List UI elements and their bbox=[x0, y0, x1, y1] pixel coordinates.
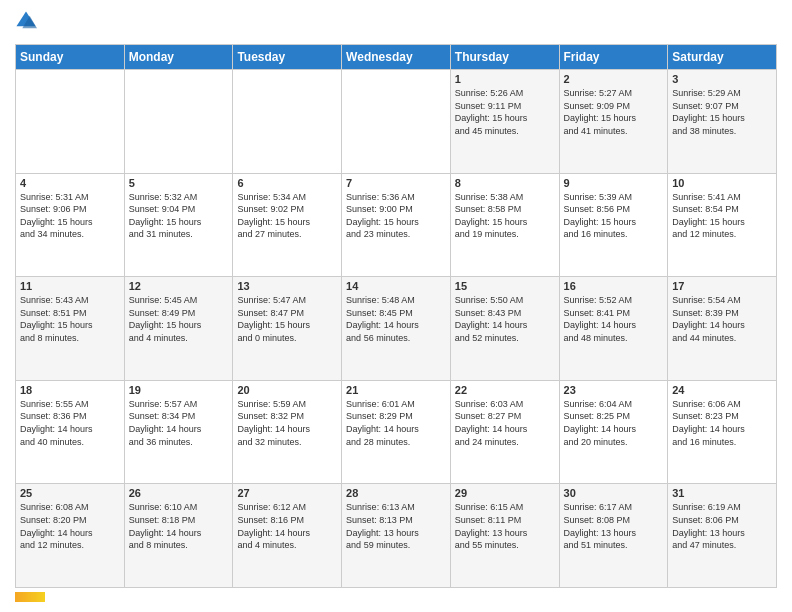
day-info: Sunrise: 5:47 AM Sunset: 8:47 PM Dayligh… bbox=[237, 294, 337, 344]
day-info: Sunrise: 6:17 AM Sunset: 8:08 PM Dayligh… bbox=[564, 501, 664, 551]
day-number: 27 bbox=[237, 487, 337, 499]
calendar-cell: 16Sunrise: 5:52 AM Sunset: 8:41 PM Dayli… bbox=[559, 277, 668, 381]
day-number: 15 bbox=[455, 280, 555, 292]
day-info: Sunrise: 5:34 AM Sunset: 9:02 PM Dayligh… bbox=[237, 191, 337, 241]
day-number: 25 bbox=[20, 487, 120, 499]
calendar-cell: 27Sunrise: 6:12 AM Sunset: 8:16 PM Dayli… bbox=[233, 484, 342, 588]
calendar-cell: 25Sunrise: 6:08 AM Sunset: 8:20 PM Dayli… bbox=[16, 484, 125, 588]
calendar-cell bbox=[124, 70, 233, 174]
day-number: 6 bbox=[237, 177, 337, 189]
day-number: 19 bbox=[129, 384, 229, 396]
day-number: 10 bbox=[672, 177, 772, 189]
calendar-cell: 7Sunrise: 5:36 AM Sunset: 9:00 PM Daylig… bbox=[342, 173, 451, 277]
day-number: 3 bbox=[672, 73, 772, 85]
calendar-cell: 12Sunrise: 5:45 AM Sunset: 8:49 PM Dayli… bbox=[124, 277, 233, 381]
day-number: 24 bbox=[672, 384, 772, 396]
day-number: 20 bbox=[237, 384, 337, 396]
day-number: 17 bbox=[672, 280, 772, 292]
day-info: Sunrise: 6:15 AM Sunset: 8:11 PM Dayligh… bbox=[455, 501, 555, 551]
calendar-cell: 5Sunrise: 5:32 AM Sunset: 9:04 PM Daylig… bbox=[124, 173, 233, 277]
calendar-cell: 2Sunrise: 5:27 AM Sunset: 9:09 PM Daylig… bbox=[559, 70, 668, 174]
day-info: Sunrise: 5:57 AM Sunset: 8:34 PM Dayligh… bbox=[129, 398, 229, 448]
calendar-week-row: 25Sunrise: 6:08 AM Sunset: 8:20 PM Dayli… bbox=[16, 484, 777, 588]
day-info: Sunrise: 5:52 AM Sunset: 8:41 PM Dayligh… bbox=[564, 294, 664, 344]
calendar-day-header: Monday bbox=[124, 45, 233, 70]
calendar-cell: 22Sunrise: 6:03 AM Sunset: 8:27 PM Dayli… bbox=[450, 380, 559, 484]
calendar-week-row: 18Sunrise: 5:55 AM Sunset: 8:36 PM Dayli… bbox=[16, 380, 777, 484]
calendar-header-row: SundayMondayTuesdayWednesdayThursdayFrid… bbox=[16, 45, 777, 70]
calendar-cell bbox=[342, 70, 451, 174]
calendar-cell: 1Sunrise: 5:26 AM Sunset: 9:11 PM Daylig… bbox=[450, 70, 559, 174]
day-info: Sunrise: 6:03 AM Sunset: 8:27 PM Dayligh… bbox=[455, 398, 555, 448]
calendar-cell: 30Sunrise: 6:17 AM Sunset: 8:08 PM Dayli… bbox=[559, 484, 668, 588]
day-number: 18 bbox=[20, 384, 120, 396]
day-number: 1 bbox=[455, 73, 555, 85]
calendar-cell: 6Sunrise: 5:34 AM Sunset: 9:02 PM Daylig… bbox=[233, 173, 342, 277]
calendar-day-header: Sunday bbox=[16, 45, 125, 70]
day-info: Sunrise: 5:27 AM Sunset: 9:09 PM Dayligh… bbox=[564, 87, 664, 137]
calendar-cell: 20Sunrise: 5:59 AM Sunset: 8:32 PM Dayli… bbox=[233, 380, 342, 484]
calendar-day-header: Wednesday bbox=[342, 45, 451, 70]
day-number: 5 bbox=[129, 177, 229, 189]
day-info: Sunrise: 5:45 AM Sunset: 8:49 PM Dayligh… bbox=[129, 294, 229, 344]
footer bbox=[15, 592, 777, 602]
calendar-cell: 28Sunrise: 6:13 AM Sunset: 8:13 PM Dayli… bbox=[342, 484, 451, 588]
calendar-cell: 11Sunrise: 5:43 AM Sunset: 8:51 PM Dayli… bbox=[16, 277, 125, 381]
calendar-cell: 9Sunrise: 5:39 AM Sunset: 8:56 PM Daylig… bbox=[559, 173, 668, 277]
day-info: Sunrise: 5:32 AM Sunset: 9:04 PM Dayligh… bbox=[129, 191, 229, 241]
calendar-cell: 24Sunrise: 6:06 AM Sunset: 8:23 PM Dayli… bbox=[668, 380, 777, 484]
calendar-cell: 14Sunrise: 5:48 AM Sunset: 8:45 PM Dayli… bbox=[342, 277, 451, 381]
logo-icon bbox=[15, 10, 37, 32]
day-info: Sunrise: 6:08 AM Sunset: 8:20 PM Dayligh… bbox=[20, 501, 120, 551]
day-number: 9 bbox=[564, 177, 664, 189]
calendar-cell bbox=[16, 70, 125, 174]
calendar-cell: 15Sunrise: 5:50 AM Sunset: 8:43 PM Dayli… bbox=[450, 277, 559, 381]
day-number: 4 bbox=[20, 177, 120, 189]
day-info: Sunrise: 6:06 AM Sunset: 8:23 PM Dayligh… bbox=[672, 398, 772, 448]
calendar-cell: 29Sunrise: 6:15 AM Sunset: 8:11 PM Dayli… bbox=[450, 484, 559, 588]
calendar-cell bbox=[233, 70, 342, 174]
calendar-cell: 21Sunrise: 6:01 AM Sunset: 8:29 PM Dayli… bbox=[342, 380, 451, 484]
calendar-cell: 8Sunrise: 5:38 AM Sunset: 8:58 PM Daylig… bbox=[450, 173, 559, 277]
calendar-week-row: 11Sunrise: 5:43 AM Sunset: 8:51 PM Dayli… bbox=[16, 277, 777, 381]
calendar-table: SundayMondayTuesdayWednesdayThursdayFrid… bbox=[15, 44, 777, 588]
day-number: 23 bbox=[564, 384, 664, 396]
day-number: 13 bbox=[237, 280, 337, 292]
calendar-cell: 10Sunrise: 5:41 AM Sunset: 8:54 PM Dayli… bbox=[668, 173, 777, 277]
day-number: 22 bbox=[455, 384, 555, 396]
calendar-cell: 13Sunrise: 5:47 AM Sunset: 8:47 PM Dayli… bbox=[233, 277, 342, 381]
logo bbox=[15, 10, 39, 36]
day-info: Sunrise: 5:31 AM Sunset: 9:06 PM Dayligh… bbox=[20, 191, 120, 241]
day-info: Sunrise: 5:39 AM Sunset: 8:56 PM Dayligh… bbox=[564, 191, 664, 241]
header bbox=[15, 10, 777, 36]
day-number: 26 bbox=[129, 487, 229, 499]
day-number: 29 bbox=[455, 487, 555, 499]
day-number: 7 bbox=[346, 177, 446, 189]
day-info: Sunrise: 5:43 AM Sunset: 8:51 PM Dayligh… bbox=[20, 294, 120, 344]
day-info: Sunrise: 5:29 AM Sunset: 9:07 PM Dayligh… bbox=[672, 87, 772, 137]
calendar-cell: 19Sunrise: 5:57 AM Sunset: 8:34 PM Dayli… bbox=[124, 380, 233, 484]
day-info: Sunrise: 5:59 AM Sunset: 8:32 PM Dayligh… bbox=[237, 398, 337, 448]
day-info: Sunrise: 6:12 AM Sunset: 8:16 PM Dayligh… bbox=[237, 501, 337, 551]
calendar-cell: 17Sunrise: 5:54 AM Sunset: 8:39 PM Dayli… bbox=[668, 277, 777, 381]
day-number: 2 bbox=[564, 73, 664, 85]
calendar-week-row: 1Sunrise: 5:26 AM Sunset: 9:11 PM Daylig… bbox=[16, 70, 777, 174]
day-number: 28 bbox=[346, 487, 446, 499]
calendar-week-row: 4Sunrise: 5:31 AM Sunset: 9:06 PM Daylig… bbox=[16, 173, 777, 277]
day-info: Sunrise: 5:36 AM Sunset: 9:00 PM Dayligh… bbox=[346, 191, 446, 241]
day-info: Sunrise: 5:50 AM Sunset: 8:43 PM Dayligh… bbox=[455, 294, 555, 344]
calendar-cell: 31Sunrise: 6:19 AM Sunset: 8:06 PM Dayli… bbox=[668, 484, 777, 588]
day-number: 30 bbox=[564, 487, 664, 499]
day-info: Sunrise: 6:10 AM Sunset: 8:18 PM Dayligh… bbox=[129, 501, 229, 551]
calendar-cell: 4Sunrise: 5:31 AM Sunset: 9:06 PM Daylig… bbox=[16, 173, 125, 277]
day-number: 12 bbox=[129, 280, 229, 292]
calendar-cell: 3Sunrise: 5:29 AM Sunset: 9:07 PM Daylig… bbox=[668, 70, 777, 174]
day-info: Sunrise: 5:26 AM Sunset: 9:11 PM Dayligh… bbox=[455, 87, 555, 137]
day-info: Sunrise: 5:38 AM Sunset: 8:58 PM Dayligh… bbox=[455, 191, 555, 241]
day-info: Sunrise: 5:48 AM Sunset: 8:45 PM Dayligh… bbox=[346, 294, 446, 344]
daylight-bar-icon bbox=[15, 592, 45, 602]
day-info: Sunrise: 5:54 AM Sunset: 8:39 PM Dayligh… bbox=[672, 294, 772, 344]
calendar-cell: 18Sunrise: 5:55 AM Sunset: 8:36 PM Dayli… bbox=[16, 380, 125, 484]
day-number: 11 bbox=[20, 280, 120, 292]
page: SundayMondayTuesdayWednesdayThursdayFrid… bbox=[0, 0, 792, 612]
